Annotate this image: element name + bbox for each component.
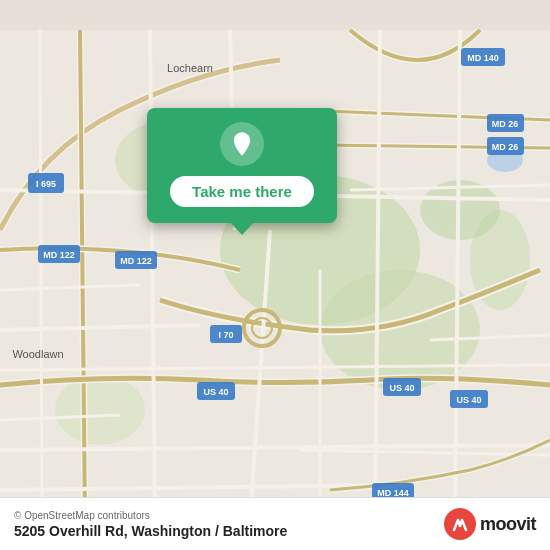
svg-text:MD 122: MD 122 — [43, 250, 75, 260]
svg-text:US 40: US 40 — [203, 387, 228, 397]
map-container: I 695 MD 140 MD 26 MD 26 MD 122 MD 122 I… — [0, 0, 550, 550]
location-pin-icon — [228, 130, 256, 158]
svg-text:MD 26: MD 26 — [492, 119, 519, 129]
moovit-logo: moovit — [444, 508, 536, 540]
address-text: 5205 Overhill Rd, Washington / Baltimore — [14, 523, 287, 539]
popup-card: Take me there — [147, 108, 337, 223]
svg-text:Woodlawn: Woodlawn — [12, 348, 63, 360]
moovit-brand-text: moovit — [480, 514, 536, 535]
svg-text:MD 122: MD 122 — [120, 256, 152, 266]
moovit-icon — [444, 508, 476, 540]
svg-text:US 40: US 40 — [389, 383, 414, 393]
svg-text:MD 140: MD 140 — [467, 53, 499, 63]
svg-text:I 695: I 695 — [36, 179, 56, 189]
pin-icon-wrapper — [220, 122, 264, 166]
map-background: I 695 MD 140 MD 26 MD 26 MD 122 MD 122 I… — [0, 0, 550, 550]
bottom-left: © OpenStreetMap contributors 5205 Overhi… — [14, 510, 287, 539]
take-me-there-button[interactable]: Take me there — [170, 176, 314, 207]
svg-text:US 40: US 40 — [456, 395, 481, 405]
svg-text:MD 26: MD 26 — [492, 142, 519, 152]
attribution-text: © OpenStreetMap contributors — [14, 510, 287, 521]
svg-point-6 — [55, 375, 145, 445]
bottom-bar: © OpenStreetMap contributors 5205 Overhi… — [0, 497, 550, 550]
svg-text:Lochearn: Lochearn — [167, 62, 213, 74]
svg-text:I 70: I 70 — [218, 330, 233, 340]
